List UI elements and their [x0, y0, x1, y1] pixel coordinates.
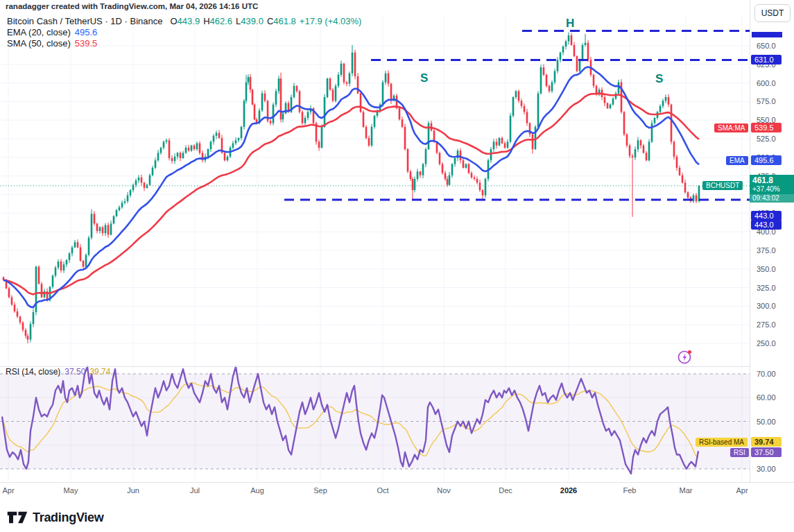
- candle-body: [507, 141, 509, 148]
- rsi-title[interactable]: RSI (14, close): [6, 367, 60, 377]
- candle-body: [196, 143, 198, 149]
- candle-body: [52, 275, 54, 286]
- candle-body: [116, 210, 118, 216]
- candle-body: [107, 225, 110, 234]
- chart-canvas[interactable]: [0, 0, 750, 482]
- currency-toggle-button[interactable]: USDT: [754, 4, 791, 22]
- candle-body: [673, 141, 675, 156]
- price-axis[interactable]: USDT 250.0275.0300.0325.0350.0375.0400.0…: [750, 0, 794, 482]
- month-label: Nov: [437, 486, 451, 495]
- symbol-ohlc-row: Bitcoin Cash / TetherUS · 1D · BinanceO4…: [7, 16, 361, 26]
- candle-body: [248, 77, 250, 83]
- pane-separator[interactable]: [0, 366, 794, 367]
- price-tick: 375.0: [757, 246, 776, 255]
- candle-body: [659, 106, 662, 112]
- candle-body: [270, 121, 272, 123]
- candle-body: [510, 116, 512, 142]
- candle-body: [199, 143, 201, 153]
- sma-indicator-label[interactable]: SMA (50, close): [7, 38, 71, 49]
- candle-body: [485, 179, 487, 196]
- candle-body: [360, 94, 362, 112]
- candle-body: [573, 45, 576, 56]
- candle-body: [278, 78, 280, 91]
- candle-body: [447, 179, 449, 185]
- candle-body: [235, 140, 237, 143]
- candle-body: [232, 143, 234, 147]
- candle-body: [188, 148, 190, 151]
- candle-body: [374, 116, 376, 127]
- candle-body: [499, 138, 501, 146]
- candle-body: [69, 253, 71, 260]
- candle-body: [442, 164, 444, 173]
- close-value: 461.8: [273, 16, 296, 26]
- candle-body: [422, 164, 424, 175]
- candle-body: [296, 86, 298, 92]
- sma-legend-row: SMA (50, close)539.5: [7, 38, 361, 49]
- candle-body: [254, 105, 256, 119]
- ema-price-label: 495.6: [751, 155, 782, 165]
- candle-body: [293, 86, 295, 97]
- price-tick: 275.0: [757, 320, 776, 329]
- candle-body: [363, 112, 365, 126]
- candle-body: [135, 180, 137, 185]
- candle-body: [676, 157, 678, 168]
- candle-body: [163, 141, 165, 148]
- candle-body: [224, 153, 226, 160]
- candle-body: [91, 214, 93, 237]
- candle-body: [60, 261, 62, 271]
- candle-body: [207, 149, 209, 157]
- rsi-ma-series-tag: RSI-based MA: [696, 438, 748, 447]
- ema-indicator-label[interactable]: EMA (20, close): [7, 27, 71, 37]
- candle-body: [275, 91, 277, 104]
- candle-body: [521, 101, 523, 106]
- candle-body: [390, 84, 392, 101]
- candle-body: [227, 157, 229, 160]
- candle-body: [304, 118, 307, 123]
- candle-body: [576, 56, 578, 71]
- candle-body: [80, 248, 82, 261]
- ema-legend-row: EMA (20, close)495.6: [7, 27, 361, 37]
- month-label: Oct: [377, 486, 388, 495]
- candle-body: [243, 101, 245, 127]
- candle-body: [96, 223, 98, 231]
- candle-body: [537, 94, 540, 127]
- candle-body: [635, 149, 637, 157]
- candle-body: [665, 97, 667, 101]
- candle-body: [493, 141, 495, 149]
- candle-body: [465, 164, 467, 168]
- candle-body: [250, 77, 252, 89]
- price-tick: 300.0: [757, 302, 776, 310]
- rsi-value-label: 37.50: [751, 447, 782, 457]
- candle-body: [38, 267, 40, 284]
- candle-body: [213, 136, 215, 142]
- upper-level-price-label: [752, 32, 782, 37]
- candle-body: [138, 178, 140, 180]
- candle-body: [346, 83, 348, 84]
- candle-body: [169, 140, 171, 158]
- candle-body: [14, 304, 16, 311]
- close-label: C: [267, 16, 273, 26]
- month-label: Mar: [680, 486, 693, 495]
- candle-body: [191, 146, 193, 151]
- flash-events-button[interactable]: [677, 348, 693, 365]
- candle-body: [518, 91, 520, 101]
- candle-body: [618, 83, 620, 94]
- month-label: Dec: [499, 486, 512, 495]
- time-axis[interactable]: AprMayJunJulAugSepOctNovDec2026FebMarApr: [0, 483, 794, 499]
- symbol-title[interactable]: Bitcoin Cash / TetherUS · 1D · Binance: [7, 16, 162, 26]
- candle-body: [174, 157, 176, 161]
- tradingview-logo[interactable]: TradingView: [7, 510, 103, 525]
- left-shoulder-label: S: [420, 71, 428, 85]
- candle-body: [252, 89, 254, 104]
- candle-body: [626, 135, 628, 146]
- candle-body: [679, 168, 681, 175]
- candle-body: [425, 149, 427, 164]
- right-shoulder-label: S: [655, 72, 663, 86]
- ema-series-tag: EMA: [726, 156, 748, 165]
- candle-body: [585, 43, 587, 45]
- month-label: Apr: [2, 486, 14, 495]
- level-631-price-label: 631.0: [751, 55, 782, 65]
- candle-body: [261, 94, 264, 111]
- candle-body: [307, 112, 309, 118]
- tradingview-logo-text: TradingView: [33, 510, 103, 525]
